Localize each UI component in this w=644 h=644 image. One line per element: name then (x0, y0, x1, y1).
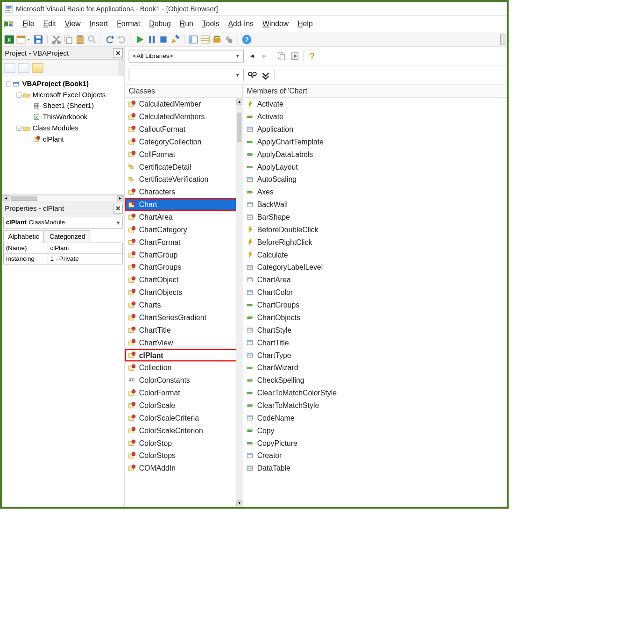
member-item[interactable]: ChartTitle (243, 336, 507, 349)
class-item[interactable]: Collection (125, 361, 242, 374)
class-item[interactable]: ColorConstants (125, 374, 242, 386)
dropdown-arrow-icon[interactable]: ▼ (27, 37, 30, 41)
member-item[interactable]: ChartObjects (243, 311, 507, 324)
class-item[interactable]: ChartSeriesGradient (125, 311, 242, 324)
menu-format[interactable]: Format (113, 18, 145, 29)
undo-icon[interactable] (105, 34, 115, 44)
nav-forward-icon[interactable]: ► (260, 52, 269, 61)
project-explorer-icon[interactable] (188, 34, 198, 44)
members-list[interactable]: ActivateActivateApplicationApplyChartTem… (243, 98, 507, 507)
class-item[interactable]: COMAddIn (125, 462, 242, 474)
view-code-icon[interactable] (4, 63, 15, 73)
view-object-icon[interactable] (18, 63, 29, 73)
member-item[interactable]: ApplyChartTemplate (243, 136, 507, 148)
search-icon[interactable] (248, 70, 257, 80)
member-item[interactable]: BeforeRightClick (243, 236, 507, 249)
tree-node[interactable]: -VBAProject (Book1) (3, 78, 124, 89)
excel-icon[interactable]: X (4, 34, 14, 44)
view-definition-icon[interactable] (290, 51, 300, 61)
class-item[interactable]: ChartGroup (125, 249, 242, 261)
class-item[interactable]: Chart (125, 198, 242, 211)
vertical-scrollbar[interactable]: ▲ ▼ (236, 98, 242, 507)
help-icon[interactable]: ? (307, 51, 317, 61)
toggle-search-results-icon[interactable] (261, 70, 271, 80)
class-item[interactable]: CategoryCollection (125, 136, 242, 148)
member-item[interactable]: BeforeDoubleClick (243, 223, 507, 236)
class-item[interactable]: Charts (125, 299, 242, 311)
member-item[interactable]: ClearToMatchStyle (243, 399, 507, 412)
member-item[interactable]: CodeName (243, 412, 507, 424)
member-item[interactable]: ChartArea (243, 273, 507, 286)
member-item[interactable]: ChartGroups (243, 299, 507, 311)
member-item[interactable]: AutoScaling (243, 173, 507, 186)
toolbar-grip[interactable] (500, 34, 505, 44)
properties-object-combo[interactable]: clPlant ClassModule ▾ (3, 217, 123, 229)
member-item[interactable]: Copy (243, 424, 507, 437)
cut-icon[interactable] (51, 34, 62, 44)
menu-help[interactable]: Help (293, 18, 317, 29)
class-item[interactable]: ColorStop (125, 437, 242, 450)
menu-add-ins[interactable]: Add-Ins (224, 18, 258, 29)
class-item[interactable]: CalloutFormat (125, 123, 242, 136)
copy-icon[interactable] (63, 34, 73, 44)
design-mode-icon[interactable] (170, 34, 180, 44)
redo-icon[interactable] (117, 34, 127, 44)
scroll-left-icon[interactable]: ◄ (3, 195, 9, 201)
class-item[interactable]: CalculatedMember (125, 98, 242, 110)
run-icon[interactable] (134, 34, 145, 44)
member-item[interactable]: ChartType (243, 349, 507, 362)
search-combo[interactable]: ▼ (129, 69, 244, 81)
class-item[interactable]: ColorScaleCriterion (125, 424, 242, 437)
member-item[interactable]: Activate (243, 98, 507, 110)
stop-icon[interactable] (158, 34, 169, 44)
member-item[interactable]: Calculate (243, 249, 507, 261)
tree-node[interactable]: -Microsoft Excel Objects (3, 89, 124, 100)
property-row[interactable]: (Name)clPlant (4, 243, 122, 254)
menu-insert[interactable]: Insert (85, 18, 112, 29)
member-item[interactable]: CheckSpelling (243, 374, 507, 386)
class-item[interactable]: ChartObject (125, 273, 242, 286)
class-item[interactable]: CalculatedMembers (125, 110, 242, 123)
class-item[interactable]: CellFormat (125, 148, 242, 161)
tab-alphabetic[interactable]: Alphabetic (3, 230, 44, 243)
member-item[interactable]: Creator (243, 449, 507, 462)
class-item[interactable]: ColorFormat (125, 386, 242, 399)
member-item[interactable]: CopyPicture (243, 437, 507, 450)
collapse-icon[interactable]: - (17, 126, 21, 130)
class-item[interactable]: ChartGroups (125, 261, 242, 274)
collapse-icon[interactable]: - (6, 81, 11, 86)
property-value[interactable]: 1 - Private (48, 254, 123, 264)
menu-window[interactable]: Window (258, 18, 293, 29)
tab-categorized[interactable]: Categorized (45, 230, 90, 243)
toolbox-icon[interactable] (212, 34, 222, 44)
class-item[interactable]: ColorScaleCriteria (125, 412, 242, 424)
menu-run[interactable]: Run (175, 18, 198, 29)
library-combo[interactable]: <All Libraries> ▼ (129, 50, 244, 63)
scroll-right-icon[interactable]: ► (117, 195, 123, 201)
paste-icon[interactable] (75, 34, 85, 44)
object-browser-icon[interactable] (224, 34, 234, 44)
collapse-icon[interactable]: - (17, 93, 21, 97)
tree-node[interactable]: XThisWorkbook (3, 112, 124, 123)
member-item[interactable]: ApplyLayout (243, 161, 507, 173)
member-item[interactable]: Application (243, 123, 507, 136)
member-item[interactable]: DataTable (243, 462, 507, 474)
tree-node[interactable]: Sheet1 (Sheet1) (3, 100, 124, 112)
pause-icon[interactable] (147, 34, 157, 44)
close-icon[interactable]: ✕ (113, 204, 123, 214)
close-icon[interactable]: ✕ (113, 48, 123, 58)
help-icon[interactable]: ? (241, 34, 252, 44)
find-icon[interactable] (87, 34, 97, 44)
class-item[interactable]: ColorScale (125, 399, 242, 412)
property-value[interactable]: clPlant (48, 243, 123, 253)
properties-window-icon[interactable] (200, 34, 210, 44)
class-item[interactable]: ChartCategory (125, 223, 242, 236)
classes-list[interactable]: CalculatedMemberCalculatedMembersCallout… (125, 98, 242, 507)
class-item[interactable]: CertificateVerification (125, 173, 242, 186)
member-item[interactable]: ChartWizard (243, 361, 507, 374)
property-row[interactable]: Instancing1 - Private (4, 254, 122, 264)
class-item[interactable]: ChartArea (125, 211, 242, 223)
class-item[interactable]: clPlant (125, 349, 242, 362)
class-item[interactable]: ChartView (125, 336, 242, 349)
menu-debug[interactable]: Debug (145, 18, 176, 29)
